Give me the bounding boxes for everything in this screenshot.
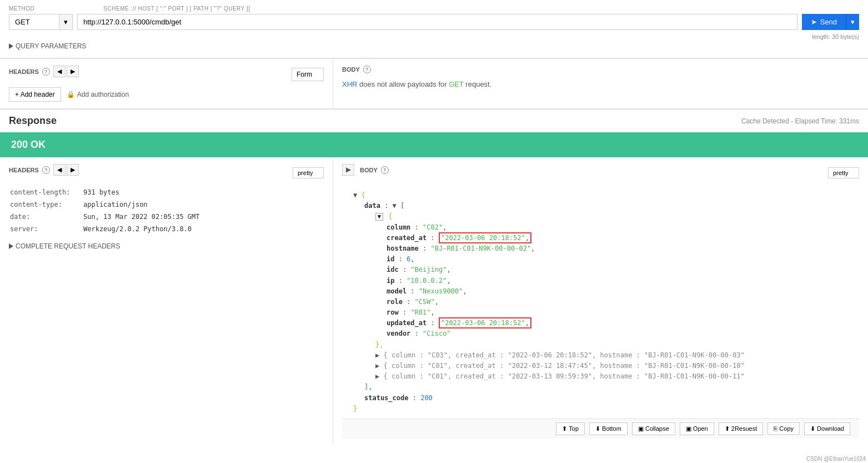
cache-info: Cache Detected - Elapsed Time: 331ms <box>741 117 859 125</box>
table-row: content-length: 931 bytes <box>10 187 323 198</box>
add-authorization-button[interactable]: 🔒 Add authorization <box>67 91 129 98</box>
headers-info-icon[interactable]: ? <box>42 68 50 76</box>
body-label: BODY <box>342 66 360 73</box>
table-row: date: Sun, 13 Mar 2022 02:05:35 GMT <box>10 211 323 222</box>
resp-headers-pretty-select[interactable]: pretty raw <box>293 167 324 178</box>
get-link: GET <box>449 80 464 88</box>
request-section: METHOD SCHEME :// HOST [ ":" PORT ] [ PA… <box>0 0 868 58</box>
collapsed-row-2: ▶ { column : "C03", created_at : "2022-0… <box>342 350 859 361</box>
method-dropdown-button[interactable]: ▾ <box>59 14 73 30</box>
length-info: length: 30 byte(s) <box>812 33 859 40</box>
add-header-button[interactable]: + Add header <box>9 87 61 102</box>
body-expand-btn[interactable]: ▶ <box>342 164 354 176</box>
method-select[interactable]: GET POST PUT DELETE <box>9 14 59 30</box>
table-row: content-type: application/json <box>10 199 323 210</box>
url-input[interactable] <box>77 14 797 30</box>
resp-headers-arrow-right[interactable]: ▶ <box>67 164 79 176</box>
headers-label: HEADERS <box>9 68 39 75</box>
item1-collapse-btn[interactable]: ▼ <box>375 213 383 221</box>
request-body-panel: BODY ? XHR does not allow payloads for G… <box>333 59 868 108</box>
expand-triangle-2[interactable]: ▶ <box>375 351 379 359</box>
request-headers-panel: HEADERS ? ◀ ▶ Form Raw + Add header 🔒 Ad… <box>0 59 333 108</box>
body-info-icon[interactable]: ? <box>363 66 371 73</box>
bottom-toolbar: ⬆ Top ⬇ Bottom ▣ Collapse ▣ Open ⬆ 2Resu… <box>342 419 859 439</box>
query-params-toggle[interactable]: QUERY PARAMETERS <box>9 40 859 52</box>
resp-body-info-icon[interactable]: ? <box>381 166 389 174</box>
response-section: Response Cache Detected - Elapsed Time: … <box>0 108 868 445</box>
send-button[interactable]: ➤ Send <box>802 14 846 30</box>
response-headers-table: content-length: 931 bytes content-type: … <box>9 186 324 236</box>
created-at-highlight: "2022-03-06 20:18:52", <box>439 232 531 243</box>
response-panels: HEADERS ? ◀ ▶ pretty raw content-length:… <box>0 157 868 445</box>
status-bar: 200 OK <box>0 132 868 157</box>
xhr-notice: XHR does not allow payloads for GET requ… <box>342 79 859 90</box>
headers-arrow-right[interactable]: ▶ <box>67 66 79 77</box>
headers-arrow-left[interactable]: ◀ <box>53 66 66 77</box>
top-button[interactable]: ⬆ Top <box>556 422 585 435</box>
resp-body-label: BODY <box>360 167 378 173</box>
response-body-panel: ▶ BODY ? pretty raw ▼ { data : <box>333 157 868 445</box>
response-header-bar: Response Cache Detected - Elapsed Time: … <box>0 109 868 132</box>
method-label: METHOD <box>9 6 34 12</box>
open-button[interactable]: ▣ Open <box>680 422 714 435</box>
resp-headers-info-icon[interactable]: ? <box>42 166 50 174</box>
json-body: ▼ { data : ▼ [ ▼ { column : "C02", <box>342 186 859 419</box>
send-icon: ➤ <box>811 18 817 26</box>
send-dropdown-button[interactable]: ▾ <box>846 14 859 30</box>
download-button[interactable]: ⬇ Download <box>804 422 850 435</box>
table-row: server: Werkzeug/2.0.2 Python/3.8.0 <box>10 223 323 235</box>
resp-headers-arrow-left[interactable]: ◀ <box>53 164 66 176</box>
resp-headers-label: HEADERS <box>9 167 39 173</box>
expand-triangle-4[interactable]: ▶ <box>375 372 379 380</box>
lock-icon: 🔒 <box>67 91 75 98</box>
expand-icon <box>9 43 13 49</box>
response-headers-panel: HEADERS ? ◀ ▶ pretty raw content-length:… <box>0 157 333 445</box>
complete-request-toggle[interactable]: COMPLETE REQUEST HEADERS <box>9 242 324 250</box>
expand-triangle-3[interactable]: ▶ <box>375 362 379 370</box>
collapsed-row-4: ▶ { column : "C01", created_at : "2022-0… <box>342 371 859 382</box>
request2-button[interactable]: ⬆ 2Resuest <box>719 422 764 435</box>
copy-button[interactable]: ⎘ Copy <box>767 422 800 435</box>
collapsed-row-3: ▶ { column : "C01", created_at : "2022-0… <box>342 361 859 371</box>
updated-at-highlight: "2022-03-06 20:18:52", <box>439 317 531 328</box>
collapse-button[interactable]: ▣ Collapse <box>632 422 675 435</box>
expand-icon <box>9 243 13 249</box>
scheme-label: SCHEME :// HOST [ ":" PORT ] [ PATH [ "?… <box>103 6 250 12</box>
bottom-button[interactable]: ⬇ Bottom <box>589 422 628 435</box>
headers-body-split: HEADERS ? ◀ ▶ Form Raw + Add header 🔒 Ad… <box>0 58 868 108</box>
xhr-link[interactable]: XHR <box>342 80 357 88</box>
resp-body-pretty-select[interactable]: pretty raw <box>828 167 859 178</box>
form-select[interactable]: Form Raw <box>292 68 324 81</box>
response-title: Response <box>9 115 57 127</box>
